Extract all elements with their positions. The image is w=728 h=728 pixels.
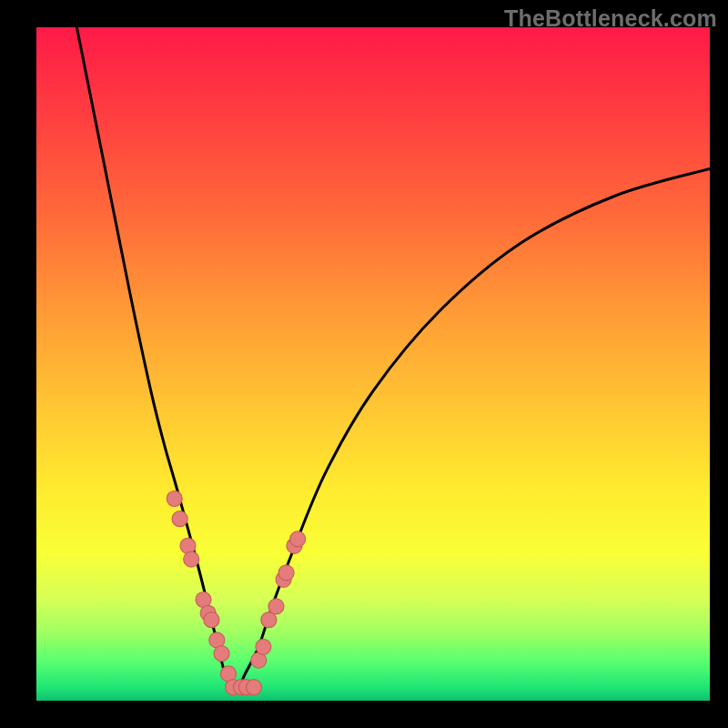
data-marker [290, 531, 306, 547]
watermark-text: TheBottleneck.com [504, 5, 717, 32]
curve-layer [36, 27, 710, 701]
data-marker [184, 551, 199, 567]
data-marker [247, 680, 262, 695]
data-marker [261, 612, 277, 628]
bottleneck-curve [76, 27, 710, 689]
chart-frame: TheBottleneck.com [0, 0, 728, 728]
marker-group [167, 491, 305, 695]
data-marker [167, 491, 182, 507]
plot-area [36, 27, 710, 701]
data-marker [180, 538, 196, 553]
data-marker [214, 646, 229, 662]
data-marker [172, 511, 187, 527]
data-marker [204, 612, 219, 628]
data-marker [278, 565, 294, 581]
data-marker [268, 599, 284, 614]
data-marker [256, 639, 271, 654]
